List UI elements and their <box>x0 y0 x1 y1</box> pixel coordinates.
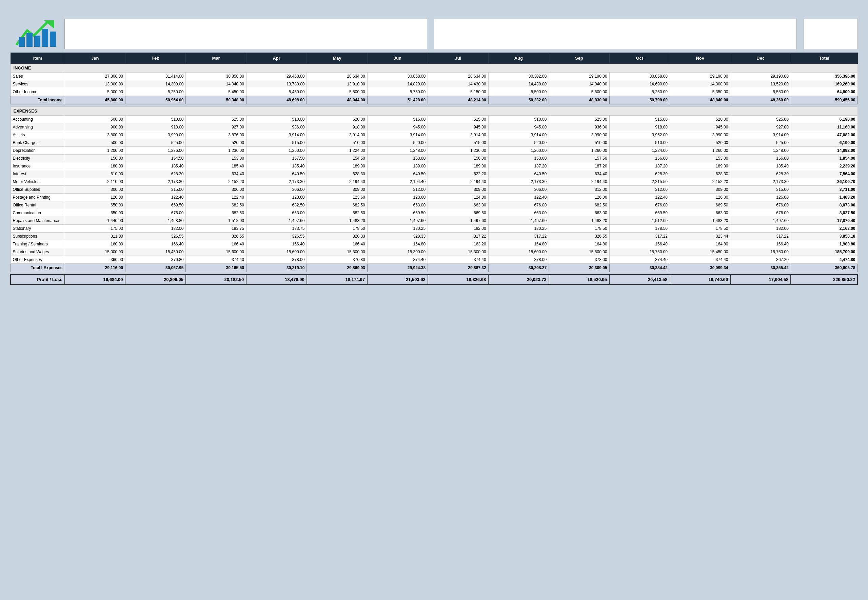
cell-value: 945.00 <box>428 123 488 131</box>
table-row: Communication650.00676.00682.50663.00682… <box>11 209 857 217</box>
cell-value: 378.00 <box>488 256 548 264</box>
cell-value: 622.20 <box>428 170 488 178</box>
col-header-nov: Nov <box>670 53 730 64</box>
cell-value: 312.00 <box>549 186 609 194</box>
cell-value: 15,300.00 <box>428 248 488 256</box>
company-block <box>64 19 427 49</box>
table-row: Insurance180.00185.40185.40185.40189.001… <box>11 162 857 170</box>
cell-value: 3,914.00 <box>428 131 488 139</box>
cell-value: 300.00 <box>65 186 125 194</box>
table-row: Repairs and Maintenance1,440.001,468.801… <box>11 217 857 225</box>
cell-value: 185.40 <box>730 162 791 170</box>
cell-value: 669.50 <box>609 209 670 217</box>
cell-value: 3,914.00 <box>367 131 427 139</box>
cell-value: 229,850.22 <box>791 274 857 285</box>
cell-value: 374.40 <box>609 256 670 264</box>
cell-value: 153.00 <box>488 155 548 162</box>
cell-value: 676.00 <box>730 202 791 209</box>
cell-value: 3,914.00 <box>246 131 306 139</box>
cell-value: 20,896.05 <box>125 274 185 285</box>
cell-value: 3,850.18 <box>791 233 857 240</box>
section-header-row: INCOME <box>11 64 857 73</box>
cell-value: 640.50 <box>246 170 306 178</box>
cell-value: 3,952.00 <box>609 131 670 139</box>
cell-value: 3,914.00 <box>307 131 367 139</box>
cell-value: 5,000.00 <box>65 88 125 96</box>
cell-value: 157.50 <box>549 155 609 162</box>
cell-value: 30,355.42 <box>730 264 791 272</box>
cell-value: 2,239.20 <box>791 162 857 170</box>
col-header-aug: Aug <box>488 53 548 64</box>
cell-value: 510.00 <box>549 139 609 147</box>
col-header-feb: Feb <box>125 53 185 64</box>
cell-value: 317.22 <box>609 233 670 240</box>
header-info <box>10 19 858 49</box>
cell-value: 500.00 <box>65 139 125 147</box>
cell-value: 370.80 <box>307 256 367 264</box>
cell-value: 515.00 <box>428 139 488 147</box>
row-label: Other Expenses <box>11 256 65 264</box>
cell-value: 164.80 <box>367 240 427 248</box>
cell-value: 126.00 <box>670 194 730 202</box>
cell-value: 610.00 <box>65 170 125 178</box>
cell-value: 3,914.00 <box>488 131 548 139</box>
cell-value: 525.00 <box>125 139 185 147</box>
table-row: Assets3,800.003,990.003,876.003,914.003,… <box>11 131 857 139</box>
col-header-item: Item <box>11 53 65 64</box>
cell-value: 525.00 <box>186 115 246 123</box>
cell-value: 306.00 <box>246 186 306 194</box>
cell-value: 6,190.00 <box>791 139 857 147</box>
cell-value: 1,497.60 <box>730 217 791 225</box>
col-header-jan: Jan <box>65 53 125 64</box>
cell-value: 2,110.00 <box>65 178 125 186</box>
cell-value: 945.00 <box>488 123 548 131</box>
cell-value: 634.40 <box>186 170 246 178</box>
table-row: Bank Charges500.00525.00520.00515.00510.… <box>11 139 857 147</box>
cell-value: 317.22 <box>428 233 488 240</box>
cell-value: 15,750.00 <box>730 248 791 256</box>
cell-value: 122.40 <box>488 194 548 202</box>
cell-value: 31,414.00 <box>125 73 185 80</box>
cell-value: 2,163.00 <box>791 225 857 233</box>
cell-value: 3,914.00 <box>730 131 791 139</box>
cell-value: 3,990.00 <box>549 131 609 139</box>
cell-value: 123.60 <box>307 194 367 202</box>
cell-value: 525.00 <box>549 115 609 123</box>
cell-value: 183.75 <box>246 225 306 233</box>
cell-value: 323.44 <box>670 233 730 240</box>
cell-value: 374.40 <box>670 256 730 264</box>
cell-value: 185.40 <box>125 162 185 170</box>
cell-value: 315.00 <box>730 186 791 194</box>
cell-value: 1,236.00 <box>125 147 185 155</box>
cell-value: 5,750.00 <box>367 88 427 96</box>
cell-value: 634.40 <box>549 170 609 178</box>
col-header-jun: Jun <box>367 53 427 64</box>
cell-value: 45,800.00 <box>65 96 125 105</box>
cell-value: 520.00 <box>367 139 427 147</box>
cell-value: 1,200.00 <box>65 147 125 155</box>
cell-value: 1,512.00 <box>609 217 670 225</box>
cell-value: 20,413.58 <box>609 274 670 285</box>
cell-value: 180.00 <box>65 162 125 170</box>
table-row: Accounting500.00510.00525.00510.00520.00… <box>11 115 857 123</box>
cell-value: 166.40 <box>186 240 246 248</box>
cell-value: 1,236.00 <box>186 147 246 155</box>
cell-value: 3,990.00 <box>125 131 185 139</box>
cell-value: 520.00 <box>307 115 367 123</box>
cell-value: 6,190.00 <box>791 115 857 123</box>
row-label: Accounting <box>11 115 65 123</box>
cell-value: 2,173.30 <box>730 178 791 186</box>
cell-value: 126.00 <box>549 194 609 202</box>
cell-value: 164.80 <box>488 240 548 248</box>
cell-value: 178.50 <box>307 225 367 233</box>
cell-value: 50,232.00 <box>488 96 548 105</box>
table-row: Profit / Loss16,684.0020,896.0520,182.50… <box>11 274 857 285</box>
cell-value: 510.00 <box>307 139 367 147</box>
cell-value: 50,964.00 <box>125 96 185 105</box>
svg-rect-2 <box>26 33 33 47</box>
cell-value: 360.00 <box>65 256 125 264</box>
row-label: Bank Charges <box>11 139 65 147</box>
cell-value: 178.50 <box>549 225 609 233</box>
table-row: Office Rental650.00669.50682.50682.50682… <box>11 202 857 209</box>
cell-value: 326.55 <box>549 233 609 240</box>
